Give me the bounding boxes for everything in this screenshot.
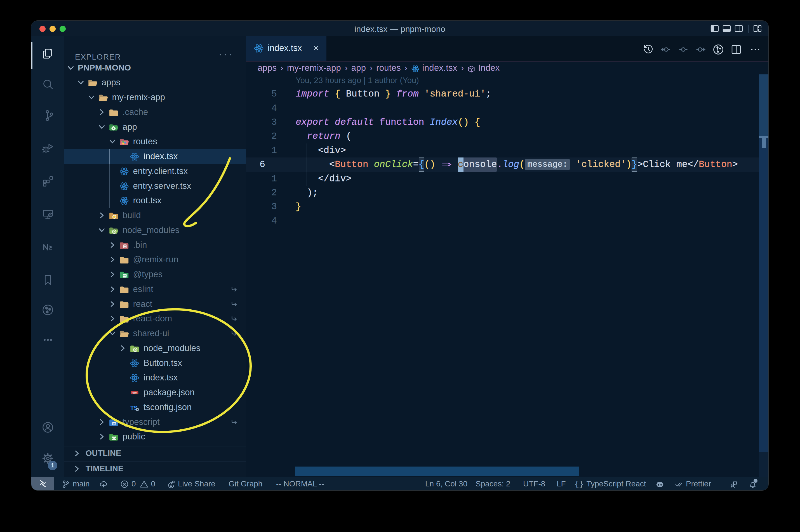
svg-text:JS: JS	[134, 348, 136, 351]
svg-text:10: 10	[124, 246, 126, 248]
svg-text:npm: npm	[132, 391, 138, 394]
svg-text:TS: TS	[123, 275, 127, 278]
svg-text:TS: TS	[112, 422, 116, 425]
svg-text:JS: JS	[113, 230, 116, 233]
